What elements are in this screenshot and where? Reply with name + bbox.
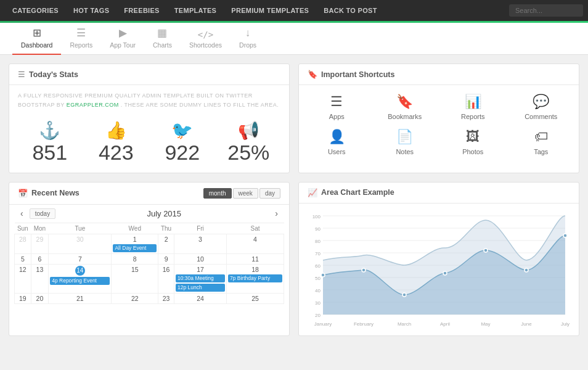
cal-cell[interactable]: 15	[112, 264, 158, 293]
svg-text:80: 80	[315, 239, 321, 244]
news-card-header: 📅 Recent News month week day	[9, 183, 289, 205]
stat-value-like: 423	[99, 142, 134, 163]
shortcut-comments[interactable]: 💬 Comments	[510, 94, 573, 120]
cal-cell[interactable]: 12	[15, 264, 31, 293]
chart-header-icon: 📈	[308, 188, 317, 197]
cal-cell[interactable]: 30	[49, 234, 112, 253]
view-day-btn[interactable]: day	[259, 188, 280, 199]
view-week-btn[interactable]: week	[233, 188, 258, 199]
calendar-table-wrapper: Sun Mon Tue Wed Thu Fri Sat 2829301All D…	[9, 223, 289, 309]
cal-cell[interactable]: 22	[112, 293, 158, 303]
shortcut-users[interactable]: 👤 Users	[305, 129, 369, 155]
tab-drops[interactable]: ↓ Drops	[231, 27, 265, 55]
cal-event[interactable]: 12p Lunch	[176, 284, 225, 292]
shortcut-tags[interactable]: 🏷 Tags	[510, 129, 573, 155]
tab-charts[interactable]: ▦ Charts	[144, 27, 181, 55]
shortcut-photos[interactable]: 🖼 Photos	[441, 129, 505, 155]
shortcuts-header-icon: 🔖	[308, 70, 317, 79]
cal-cell[interactable]: 13	[31, 264, 49, 293]
cal-next-btn[interactable]: ›	[272, 208, 280, 218]
cal-cell[interactable]: 1All Day Event	[112, 234, 158, 253]
shortcuts-header: 🔖 Important Shortcuts	[299, 64, 579, 85]
svg-text:June: June	[521, 321, 532, 327]
cal-event[interactable]: 10:30a Meeting	[176, 274, 225, 282]
cal-event[interactable]: All Day Event	[113, 244, 157, 252]
cal-day-num: 25	[228, 295, 282, 302]
nav-freebies[interactable]: FREEBIES	[116, 0, 166, 21]
search-box	[509, 4, 583, 17]
cal-cell[interactable]: 23	[158, 293, 174, 303]
cal-event[interactable]: 7p Birthday Party	[228, 274, 282, 282]
chart-header: 📈 Area Chart Example	[299, 183, 579, 204]
stats-card-header: ☰ Today's Stats	[9, 64, 289, 85]
drops-icon: ↓	[245, 27, 251, 39]
cal-event[interactable]: 4p Reporting Event	[50, 277, 110, 285]
stats-header-icon: ☰	[18, 70, 25, 79]
main-content: ☰ Today's Stats A FULLY RESPONSIVE PREMI…	[0, 55, 588, 345]
shortcut-reports[interactable]: 📊 Reports	[441, 94, 505, 120]
svg-point-21	[443, 271, 447, 275]
nav-premium[interactable]: Premium Templates	[224, 0, 316, 21]
nav-categories[interactable]: CATEGORIES	[5, 0, 66, 21]
cal-cell[interactable]: 24	[174, 293, 227, 303]
reports-icon: ☰	[76, 27, 86, 39]
cal-cell[interactable]: 29	[31, 234, 49, 253]
cal-day-num: 10	[176, 255, 225, 263]
tab-dashboard[interactable]: ⊞ Dashboard	[12, 27, 61, 55]
svg-point-24	[563, 234, 567, 237]
nav-templates[interactable]: Templates	[167, 0, 224, 21]
shortcut-apps[interactable]: ☰ Apps	[305, 94, 369, 120]
svg-text:May: May	[481, 321, 490, 327]
tags-label: Tags	[534, 148, 548, 155]
cal-cell[interactable]: 144p Reporting Event	[49, 264, 112, 293]
cal-cell[interactable]: 25	[226, 293, 284, 303]
users-label: Users	[328, 148, 346, 155]
view-month-btn[interactable]: month	[203, 188, 232, 199]
col-wed: Wed	[112, 223, 158, 234]
cal-cell[interactable]: 9	[158, 253, 174, 264]
cal-day-num: 7	[50, 255, 110, 263]
cal-cell[interactable]: 10	[174, 253, 227, 264]
tab-apptour-label: App Tour	[110, 41, 136, 49]
shortcut-notes[interactable]: 📄 Notes	[374, 129, 437, 155]
megaphone-icon: 📢	[238, 120, 259, 141]
tab-reports[interactable]: ☰ Reports	[61, 27, 101, 55]
photos-label: Photos	[462, 148, 483, 155]
cal-cell[interactable]: 6	[31, 253, 49, 264]
cal-cell[interactable]: 28	[15, 234, 31, 253]
stat-item-anchor: ⚓ 851	[18, 120, 82, 163]
shortcuts-card: 🔖 Important Shortcuts ☰ Apps 🔖 Bookmarks…	[298, 64, 579, 173]
svg-text:40: 40	[315, 288, 321, 294]
cal-cell[interactable]: 1710:30a Meeting12p Lunch	[174, 264, 227, 293]
cal-day-num: 1	[113, 236, 157, 243]
shortcut-bookmarks[interactable]: 🔖 Bookmarks	[374, 94, 437, 120]
col-sat: Sat	[226, 223, 284, 234]
tab-apptour[interactable]: ▶ App Tour	[101, 27, 144, 55]
cal-cell[interactable]: 8	[112, 253, 158, 264]
cal-cell[interactable]: 20	[31, 293, 49, 303]
today-btn[interactable]: today	[30, 208, 55, 219]
cal-cell[interactable]: 5	[15, 253, 31, 264]
tab-shortcodes[interactable]: </> Shortcodes	[181, 30, 231, 55]
search-input[interactable]	[509, 4, 583, 17]
cal-day-num: 4	[228, 236, 282, 243]
cal-cell[interactable]: 19	[15, 293, 31, 303]
cal-cell[interactable]: 4	[226, 234, 284, 253]
nav-hot-tags[interactable]: HOT TAGS	[66, 0, 116, 21]
photos-icon: 🖼	[466, 129, 480, 145]
shortcodes-icon: </>	[198, 30, 213, 39]
cal-cell[interactable]: 3	[174, 234, 227, 253]
cal-cell[interactable]: 21	[49, 293, 112, 303]
cal-cell[interactable]: 16	[158, 264, 174, 293]
apps-icon: ☰	[330, 94, 343, 110]
cal-day-num: 8	[113, 255, 157, 263]
cal-day-num: 20	[33, 295, 47, 302]
cal-cell[interactable]: 187p Birthday Party	[226, 264, 284, 293]
nav-back[interactable]: Back to Post	[316, 0, 385, 21]
cal-cell[interactable]: 11	[226, 253, 284, 264]
cal-prev-btn[interactable]: ‹	[18, 208, 26, 218]
svg-text:March: March	[398, 321, 411, 327]
stat-item-like: 👍 423	[84, 120, 149, 163]
cal-cell[interactable]: 2	[158, 234, 174, 253]
cal-cell[interactable]: 7	[49, 253, 112, 264]
